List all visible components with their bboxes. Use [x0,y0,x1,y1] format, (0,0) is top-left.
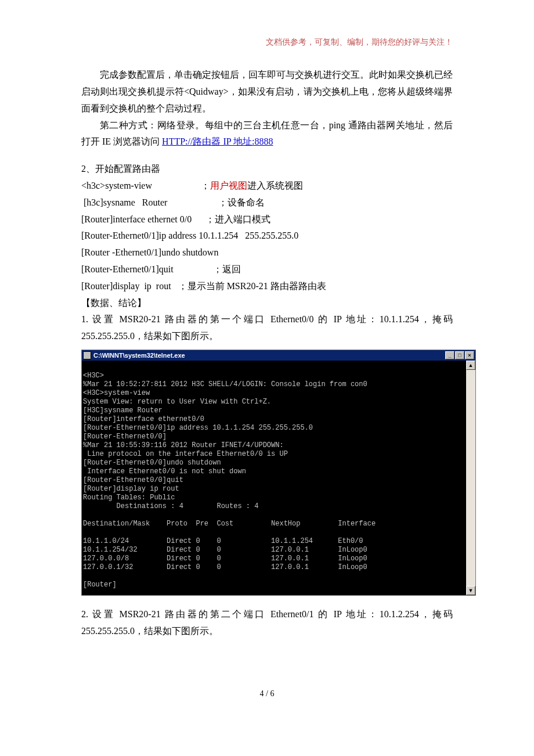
page-footer: 4 / 6 [81,686,453,701]
terminal-window: C:\WINNT\system32\telnet.exe _ □ × <H3C>… [81,350,476,596]
command-block: <h3c>system-view ；用户视图进入系统视图 [h3c]sysnam… [81,178,453,295]
cmd-line: [Router]interface ethernet 0/0 ；进入端口模式 [81,211,453,228]
paragraph-network-login: 第二种方式：网络登录。每组中的三台主机任意一台，ping 通路由器网关地址，然后… [81,117,453,151]
scroll-track[interactable] [466,370,475,586]
cmd-line: [Router-Ethernet0/1]quit ；返回 [81,261,453,278]
paragraph-config-done: 完成参数配置后，单击确定按钮后，回车即可与交换机进行交互。此时如果交换机已经启动… [81,67,453,117]
list-item-1: 1. 设置 MSR20-21 路由器的第一个端口 Ethernet0/0 的 I… [81,311,453,345]
terminal-scrollbar[interactable]: ▲ ▼ [466,361,475,595]
list-item-2: 2. 设置 MSR20-21 路由器的第二个端口 Ethernet0/1 的 I… [81,606,453,640]
terminal-icon [83,351,91,359]
minimize-button[interactable]: _ [445,351,454,359]
header-note: 文档供参考，可复制、编制，期待您的好评与关注！ [81,35,453,49]
cmd-line: [Router-Ethernet0/1]ip address 10.1.1.25… [81,228,453,244]
list-text: 设置 MSR20-21 路由器的第一个端口 Ethernet0/0 的 IP 地… [81,314,453,341]
cmd-line: [h3c]sysname Router ；设备命名 [81,195,453,211]
scroll-up-button[interactable]: ▲ [466,361,475,370]
section-title: 2、开始配置路由器 [81,161,453,178]
http-link[interactable]: HTTP://路由器 IP 地址:8888 [162,136,273,146]
terminal-title: C:\WINNT\system32\telnet.exe [93,350,445,361]
scroll-down-button[interactable]: ▼ [466,586,475,595]
list-number: 2. [81,609,88,619]
cmd-line: [Router -Ethernet0/1]undo shutdown [81,244,453,261]
cmd-line: [Router]display ip rout ；显示当前 MSR20-21 路… [81,278,453,295]
cmd-line: <h3c>system-view ；用户视图进入系统视图 [81,178,453,195]
terminal-titlebar: C:\WINNT\system32\telnet.exe _ □ × [82,350,475,361]
terminal-body[interactable]: <H3C> %Mar 21 10:52:27:811 2012 H3C SHEL… [82,361,466,595]
maximize-button[interactable]: □ [455,351,464,359]
list-number: 1. [81,314,88,324]
list-text: 设置 MSR20-21 路由器的第二个端口 Ethernet0/1 的 IP 地… [81,609,453,636]
data-conclusion-heading: 【数据、结论】 [81,295,453,312]
close-button[interactable]: × [465,351,474,359]
document-page: 文档供参考，可复制、编制，期待您的好评与关注！ 完成参数配置后，单击确定按钮后，… [41,0,493,724]
